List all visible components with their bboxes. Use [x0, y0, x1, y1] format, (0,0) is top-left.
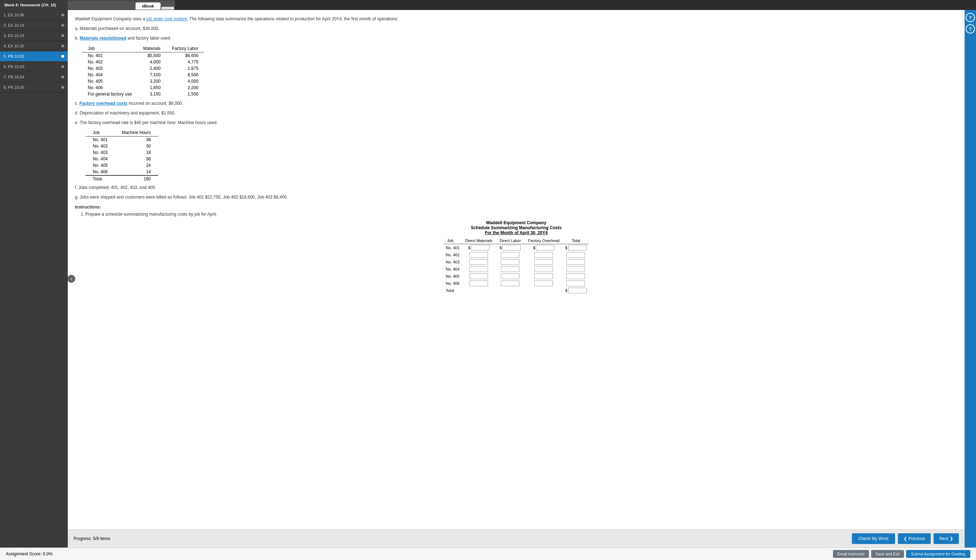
- email-instructor-button[interactable]: Email Instructor: [833, 550, 869, 558]
- input-405-materials[interactable]: [470, 273, 488, 279]
- table-row: No. 401 $5,500 $6,650: [82, 52, 204, 59]
- job-order-link[interactable]: job order cost system: [146, 17, 187, 22]
- sidebar-collapse-button[interactable]: ‹: [68, 275, 75, 283]
- input-405-total[interactable]: [567, 273, 585, 279]
- input-402-overhead[interactable]: [534, 252, 553, 258]
- input-404-labor[interactable]: [501, 266, 520, 272]
- previous-button[interactable]: ❮ Previous: [898, 533, 931, 544]
- total-row: Total 180: [85, 175, 158, 182]
- input-403-materials[interactable]: [470, 259, 488, 265]
- item-d: d. Depreciation of machinery and equipme…: [75, 110, 958, 117]
- sidebar-item-3[interactable]: 3. EX.10.24: [0, 31, 68, 41]
- submit-assignment-button[interactable]: Submit Assignment for Grading: [906, 550, 970, 558]
- item-e: e. The factory overhead rate is $40 per …: [75, 119, 958, 126]
- tab-second[interactable]: [161, 7, 174, 10]
- sidebar-item-8[interactable]: 8. PR.10.05: [0, 82, 68, 93]
- assignment-score-section: Assignment Score: 0.0%: [6, 552, 52, 557]
- help-button-2[interactable]: ?: [966, 24, 975, 33]
- item-b: b. Materials requisitioned and factory l…: [75, 35, 958, 42]
- next-chevron-icon: ❯: [949, 536, 953, 541]
- help-button-1[interactable]: ?: [966, 13, 975, 22]
- progress-label: Progress:: [74, 536, 93, 541]
- check-work-button[interactable]: Check My Work: [852, 533, 895, 544]
- bottom-navigation: Progress: 5/8 items Check My Work ❮ Prev…: [68, 529, 964, 548]
- input-403-overhead[interactable]: [534, 259, 553, 265]
- table-row: No. 40318: [85, 149, 158, 156]
- progress-value: 5/8 items: [93, 536, 110, 541]
- sidebar-item-7[interactable]: 7. PR.10.04: [0, 72, 68, 82]
- input-401-overhead[interactable]: [536, 245, 554, 251]
- content-area: Waddell Equipment Company uses a job ord…: [68, 10, 964, 529]
- table-row: No. 402 4,000 4,775: [82, 59, 204, 65]
- schedule-row-404: No. 404: [443, 265, 588, 273]
- save-exit-button[interactable]: Save and Exit: [871, 550, 904, 558]
- schedule-total-row: Total $: [443, 287, 588, 294]
- item-g: g. Jobs were shipped and customers were …: [75, 194, 958, 201]
- tab-ebook[interactable]: eBook: [135, 2, 160, 10]
- input-401-labor[interactable]: [502, 245, 521, 251]
- sidebar-dot-4: [61, 45, 64, 47]
- input-401-materials[interactable]: [471, 245, 490, 251]
- item-f: f. Jobs completed: 401, 402, 403, and 40…: [75, 184, 958, 191]
- table-row: No. 40524: [85, 162, 158, 168]
- input-404-total[interactable]: [567, 266, 585, 272]
- tab-bar: eBook: [68, 0, 175, 10]
- input-406-overhead[interactable]: [534, 280, 553, 286]
- navigation-buttons: Check My Work ❮ Previous Next ❯: [852, 533, 959, 544]
- input-406-materials[interactable]: [470, 280, 488, 286]
- sidebar-item-4[interactable]: 4. EX.10.25: [0, 41, 68, 51]
- item-a: a. Materials purchased on account, $36,0…: [75, 25, 958, 32]
- sidebar-dot-7: [61, 75, 64, 78]
- top-bar: Week 8: Homework (CH. 10) eBook: [0, 0, 976, 10]
- schedule-title: Schedule Summarizing Manufacturing Costs: [75, 225, 958, 230]
- table-row: No. 404 7,100 8,500: [82, 72, 204, 78]
- sidebar-item-5[interactable]: 5. PR.10.02: [0, 51, 68, 62]
- schedule-company: Waddell Equipment Company: [75, 220, 958, 225]
- sidebar-dot-2: [61, 24, 64, 27]
- sidebar-dot-8: [61, 86, 64, 89]
- instruction-1: 1. Prepare a schedule summarizing manufa…: [80, 212, 958, 217]
- input-total-total[interactable]: [568, 288, 587, 293]
- input-405-labor[interactable]: [501, 273, 520, 279]
- sidebar-item-2[interactable]: 2. EX.10.19: [0, 20, 68, 31]
- table-row: No. 40230: [85, 143, 158, 149]
- content-wrapper: Waddell Equipment Company uses a job ord…: [68, 10, 964, 548]
- table-row: No. 403 2,400 1,875: [82, 65, 204, 72]
- sidebar-dot-5: [61, 55, 64, 58]
- input-402-labor[interactable]: [501, 252, 520, 258]
- input-403-labor[interactable]: [501, 259, 520, 265]
- schedule-period: For the Month of April 30, 20Y4: [75, 230, 958, 235]
- schedule-row-406: No. 406: [443, 280, 588, 287]
- status-bar: Assignment Score: 0.0% Email Instructor …: [0, 548, 976, 560]
- schedule-table: Job Direct Materials Direct Labor Factor…: [443, 237, 588, 294]
- input-403-total[interactable]: [567, 259, 585, 265]
- previous-chevron-icon: ❮: [904, 536, 907, 541]
- sidebar-item-6[interactable]: 6. PR.10.03: [0, 62, 68, 72]
- machine-hours-table: Job Machine Hours No. 40138 No. 40230 No…: [85, 129, 158, 182]
- table-row: No. 40138: [85, 137, 158, 143]
- table-row: No. 405 3,200 4,000: [82, 78, 204, 85]
- input-404-materials[interactable]: [470, 266, 488, 272]
- input-405-overhead[interactable]: [534, 273, 553, 279]
- schedule-section: Waddell Equipment Company Schedule Summa…: [75, 220, 958, 294]
- schedule-row-405: No. 405: [443, 273, 588, 280]
- sidebar-dot-1: [61, 13, 64, 17]
- main: 1. EX.10.08 2. EX.10.19 3. EX.10.24 4. E…: [0, 10, 976, 548]
- input-401-total[interactable]: [568, 245, 587, 251]
- input-402-materials[interactable]: [470, 252, 488, 258]
- factory-overhead-link[interactable]: Factory overhead costs: [80, 101, 128, 106]
- action-buttons: Email Instructor Save and Exit Submit As…: [833, 550, 970, 558]
- input-404-overhead[interactable]: [534, 266, 553, 272]
- table-row: No. 40614: [85, 168, 158, 175]
- sidebar-item-1[interactable]: 1. EX.10.08: [0, 10, 68, 20]
- input-406-total[interactable]: [567, 280, 585, 286]
- score-label: Assignment Score:: [6, 552, 43, 557]
- sidebar: 1. EX.10.08 2. EX.10.19 3. EX.10.24 4. E…: [0, 10, 68, 548]
- assignment-title: Week 8: Homework (CH. 10): [0, 0, 68, 10]
- materials-requisitioned-link[interactable]: Materials requisitioned: [80, 36, 126, 41]
- col-materials: Materials: [137, 45, 166, 52]
- next-button[interactable]: Next ❯: [934, 533, 959, 544]
- input-406-labor[interactable]: [501, 280, 520, 286]
- sidebar-dot-6: [61, 65, 64, 68]
- input-402-total[interactable]: [567, 252, 585, 258]
